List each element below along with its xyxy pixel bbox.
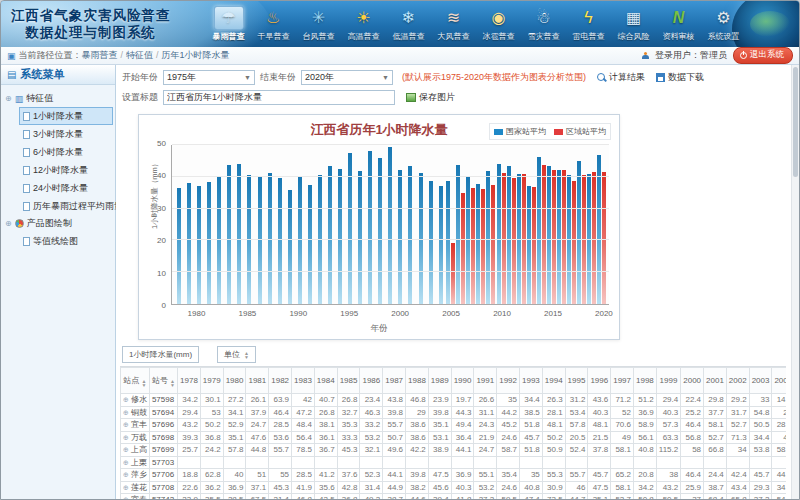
- nav-item-高温普查[interactable]: ☀高温普查: [341, 5, 386, 45]
- start-year-select[interactable]: 1975年 ▼: [163, 70, 255, 85]
- calculate-button[interactable]: 计算结果: [597, 71, 645, 84]
- col-header-year-1991[interactable]: 1991: [474, 368, 497, 394]
- col-header-year-1990[interactable]: 1990: [451, 368, 474, 394]
- vertical-scrollbar-thumb[interactable]: [793, 67, 798, 177]
- bar-regional-2007[interactable]: [471, 188, 475, 304]
- expand-row-icon[interactable]: ⊕: [123, 459, 129, 466]
- bar-national-1994[interactable]: [338, 169, 342, 304]
- col-header-year-1994[interactable]: 1994: [542, 368, 565, 394]
- bar-national-2008[interactable]: [476, 184, 480, 304]
- breadcrumb-item[interactable]: 历年1小时降水量: [162, 50, 230, 60]
- bar-regional-2009[interactable]: [491, 185, 495, 304]
- nav-item-低温普查[interactable]: ❄低温普查: [386, 5, 431, 45]
- bar-national-2014[interactable]: [537, 157, 541, 304]
- nav-item-干旱普查[interactable]: ♨干旱普查: [251, 5, 296, 45]
- data-table-scroll[interactable]: 站点 ▲▼站号 ▲▼197819791980198119821983198419…: [120, 366, 786, 499]
- nav-item-雷电普查[interactable]: ϟ雷电普查: [566, 5, 611, 45]
- bar-national-1990[interactable]: [298, 177, 302, 304]
- col-header-year-2000[interactable]: 2000: [681, 368, 704, 394]
- bar-national-2015[interactable]: [547, 166, 551, 304]
- bar-regional-2011[interactable]: [512, 178, 516, 304]
- bar-national-1979[interactable]: [187, 183, 191, 304]
- sidebar-item-24小时降水量[interactable]: 24小时降水量: [19, 179, 113, 197]
- sidebar-item-1小时降水量[interactable]: 1小时降水量: [19, 107, 113, 125]
- col-header-year-1992[interactable]: 1992: [497, 368, 520, 394]
- bar-regional-2008[interactable]: [481, 189, 485, 304]
- nav-item-系统设置[interactable]: ⚙系统设置: [701, 5, 746, 45]
- expand-row-icon[interactable]: ⊕: [123, 471, 129, 478]
- col-header-station-id[interactable]: 站号 ▲▼: [149, 368, 177, 394]
- bar-regional-2017[interactable]: [572, 181, 576, 304]
- expand-row-icon[interactable]: ⊕: [123, 434, 129, 441]
- bar-national-1982[interactable]: [217, 177, 221, 304]
- col-header-year-1986[interactable]: 1986: [360, 368, 383, 394]
- bar-national-2004[interactable]: [439, 186, 443, 304]
- bar-national-2013[interactable]: [527, 186, 531, 304]
- tree-toggle-icon[interactable]: ⊕: [5, 94, 12, 103]
- col-header-year-1999[interactable]: 1999: [656, 368, 680, 394]
- sidebar-item-历年暴雨过程平均雨量[interactable]: 历年暴雨过程平均雨量: [19, 197, 113, 215]
- bar-national-1993[interactable]: [328, 166, 332, 304]
- bar-national-2016[interactable]: [557, 170, 561, 304]
- bar-national-2018[interactable]: [577, 161, 581, 304]
- bar-national-1996[interactable]: [358, 171, 362, 304]
- col-header-year-1993[interactable]: 1993: [520, 368, 543, 394]
- col-header-year-1981[interactable]: 1981: [246, 368, 269, 394]
- bar-national-2006[interactable]: [456, 165, 460, 304]
- nav-item-综合风险[interactable]: ▦综合风险: [611, 5, 656, 45]
- nav-item-暴雨普查[interactable]: ☂暴雨普查: [206, 5, 251, 45]
- end-year-select[interactable]: 2020年 ▼: [301, 70, 393, 85]
- bar-national-1987[interactable]: [268, 173, 272, 304]
- bar-regional-2015[interactable]: [552, 170, 556, 305]
- tree-toggle-icon[interactable]: ⊕: [5, 219, 12, 228]
- col-header-year-2003[interactable]: 2003: [749, 368, 772, 394]
- bar-national-2020[interactable]: [597, 155, 601, 304]
- bar-regional-2013[interactable]: [532, 187, 536, 304]
- bar-national-2007[interactable]: [466, 177, 470, 304]
- bar-national-2010[interactable]: [497, 164, 501, 304]
- col-header-year-1985[interactable]: 1985: [337, 368, 360, 394]
- col-header-year-1997[interactable]: 1997: [611, 368, 634, 394]
- bar-regional-2005[interactable]: [451, 243, 455, 304]
- col-header-year-1984[interactable]: 1984: [314, 368, 337, 394]
- chart-title-input[interactable]: [163, 90, 395, 105]
- col-header-year-1978[interactable]: 1978: [178, 368, 201, 394]
- col-header-year-1989[interactable]: 1989: [428, 368, 451, 394]
- col-header-year-1988[interactable]: 1988: [406, 368, 429, 394]
- col-header-year-1980[interactable]: 1980: [223, 368, 246, 394]
- save-image-button[interactable]: 保存图片: [406, 91, 455, 104]
- breadcrumb-item[interactable]: 暴雨普查: [82, 50, 118, 60]
- bar-national-1988[interactable]: [278, 178, 282, 304]
- sidebar-item-6小时降水量[interactable]: 6小时降水量: [19, 143, 113, 161]
- expand-row-icon[interactable]: ⊕: [123, 421, 129, 428]
- bar-national-2003[interactable]: [429, 181, 433, 304]
- nav-item-冰雹普查[interactable]: ◉冰雹普查: [476, 5, 521, 45]
- bar-regional-2016[interactable]: [562, 170, 566, 304]
- breadcrumb-item[interactable]: 特征值: [126, 50, 153, 60]
- unit-button[interactable]: 1小时降水量(mm): [122, 346, 199, 363]
- bar-national-1997[interactable]: [368, 151, 372, 304]
- bar-national-1998[interactable]: [378, 158, 382, 304]
- sidebar-item-等值线绘图[interactable]: 等值线绘图: [19, 232, 113, 250]
- bar-national-1991[interactable]: [308, 185, 312, 304]
- col-header-year-1987[interactable]: 1987: [383, 368, 406, 394]
- logout-button[interactable]: 退出系统: [733, 47, 793, 64]
- bar-regional-2020[interactable]: [602, 172, 606, 304]
- col-header-year-2004[interactable]: 2004: [772, 368, 786, 394]
- bar-national-1978[interactable]: [177, 188, 181, 304]
- col-header-year-1998[interactable]: 1998: [634, 368, 657, 394]
- nav-item-雪灾普查[interactable]: ☃雪灾普查: [521, 5, 566, 45]
- col-header-year-1979[interactable]: 1979: [200, 368, 223, 394]
- expand-row-icon[interactable]: ⊕: [123, 496, 129, 499]
- col-header-year-1995[interactable]: 1995: [565, 368, 588, 394]
- unit-dropdown[interactable]: 单位 ▲▼: [217, 346, 256, 363]
- vertical-scrollbar[interactable]: [791, 65, 799, 499]
- col-header-year-1982[interactable]: 1982: [269, 368, 292, 394]
- col-header-year-2002[interactable]: 2002: [726, 368, 749, 394]
- bar-national-2005[interactable]: [446, 181, 450, 304]
- download-button[interactable]: 数据下载: [656, 71, 704, 84]
- tree-group-产品图绘制[interactable]: ⊕产品图绘制: [5, 215, 113, 232]
- bar-national-1983[interactable]: [227, 165, 231, 304]
- nav-item-大风普查[interactable]: ≋大风普查: [431, 5, 476, 45]
- col-header-year-1983[interactable]: 1983: [292, 368, 315, 394]
